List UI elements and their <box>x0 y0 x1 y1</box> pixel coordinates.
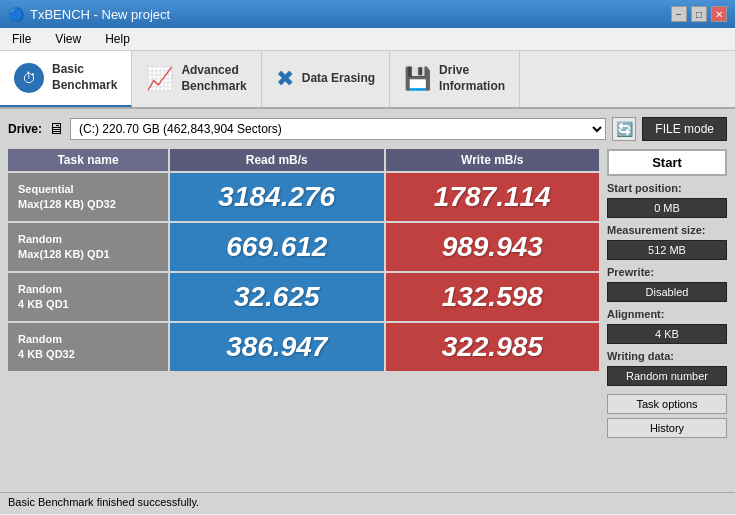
benchmark-table: Task name Read mB/s Write mB/s Sequentia… <box>8 149 599 438</box>
drive-row: Drive: 🖥 (C:) 220.70 GB (462,843,904 Sec… <box>8 117 727 141</box>
col-header-write: Write mB/s <box>386 149 600 171</box>
prewrite-value[interactable]: Disabled <box>607 282 727 302</box>
measurement-size-value[interactable]: 512 MB <box>607 240 727 260</box>
drive-select[interactable]: (C:) 220.70 GB (462,843,904 Sectors) <box>70 118 606 140</box>
measurement-size-label: Measurement size: <box>607 224 727 236</box>
table-header: Task name Read mB/s Write mB/s <box>8 149 599 171</box>
advanced-benchmark-label: AdvancedBenchmark <box>181 63 246 94</box>
status-text: Basic Benchmark finished successfully. <box>8 496 199 508</box>
row-label-2: Random 4 KB QD1 <box>8 273 168 321</box>
toolbar-data-erasing[interactable]: ✖ Data Erasing <box>262 51 390 107</box>
close-button[interactable]: ✕ <box>711 6 727 22</box>
col-header-task: Task name <box>8 149 168 171</box>
data-erasing-label: Data Erasing <box>302 71 375 87</box>
table-row: Random 4 KB QD1 32.625 132.598 <box>8 273 599 321</box>
drive-icon: 🖥 <box>48 120 64 138</box>
title-bar: 🔵 TxBENCH - New project − □ ✕ <box>0 0 735 28</box>
writing-data-value[interactable]: Random number <box>607 366 727 386</box>
window-title: TxBENCH - New project <box>30 7 170 22</box>
basic-benchmark-icon: ⏱ <box>14 63 44 93</box>
results-area: Task name Read mB/s Write mB/s Sequentia… <box>8 149 727 438</box>
menu-view[interactable]: View <box>51 30 85 48</box>
table-row: Random Max(128 KB) QD1 669.612 989.943 <box>8 223 599 271</box>
prewrite-label: Prewrite: <box>607 266 727 278</box>
toolbar: ⏱ BasicBenchmark 📈 AdvancedBenchmark ✖ D… <box>0 51 735 109</box>
drive-refresh-button[interactable]: 🔄 <box>612 117 636 141</box>
menu-help[interactable]: Help <box>101 30 134 48</box>
toolbar-basic-benchmark[interactable]: ⏱ BasicBenchmark <box>0 51 132 107</box>
row-label-3: Random 4 KB QD32 <box>8 323 168 371</box>
drive-information-label: DriveInformation <box>439 63 505 94</box>
write-cell-2: 132.598 <box>386 273 600 321</box>
drive-label: Drive: <box>8 122 42 136</box>
toolbar-drive-information[interactable]: 💾 DriveInformation <box>390 51 520 107</box>
menu-file[interactable]: File <box>8 30 35 48</box>
read-cell-2: 32.625 <box>170 273 384 321</box>
writing-data-label: Writing data: <box>607 350 727 362</box>
app-icon: 🔵 <box>8 7 24 22</box>
table-row: Sequential Max(128 KB) QD32 3184.276 178… <box>8 173 599 221</box>
write-cell-1: 989.943 <box>386 223 600 271</box>
advanced-benchmark-icon: 📈 <box>146 66 173 92</box>
alignment-label: Alignment: <box>607 308 727 320</box>
start-position-label: Start position: <box>607 182 727 194</box>
write-cell-3: 322.985 <box>386 323 600 371</box>
table-row: Random 4 KB QD32 386.947 322.985 <box>8 323 599 371</box>
drive-information-icon: 💾 <box>404 66 431 92</box>
row-label-0: Sequential Max(128 KB) QD32 <box>8 173 168 221</box>
basic-benchmark-label: BasicBenchmark <box>52 62 117 93</box>
start-position-value[interactable]: 0 MB <box>607 198 727 218</box>
col-header-read: Read mB/s <box>170 149 384 171</box>
main-content: Drive: 🖥 (C:) 220.70 GB (462,843,904 Sec… <box>0 109 735 492</box>
read-cell-1: 669.612 <box>170 223 384 271</box>
start-button[interactable]: Start <box>607 149 727 176</box>
task-options-button[interactable]: Task options <box>607 394 727 414</box>
read-cell-3: 386.947 <box>170 323 384 371</box>
status-bar: Basic Benchmark finished successfully. <box>0 492 735 514</box>
minimize-button[interactable]: − <box>671 6 687 22</box>
title-bar-left: 🔵 TxBENCH - New project <box>8 7 170 22</box>
toolbar-advanced-benchmark[interactable]: 📈 AdvancedBenchmark <box>132 51 261 107</box>
row-label-1: Random Max(128 KB) QD1 <box>8 223 168 271</box>
maximize-button[interactable]: □ <box>691 6 707 22</box>
menu-bar: File View Help <box>0 28 735 51</box>
alignment-value[interactable]: 4 KB <box>607 324 727 344</box>
data-erasing-icon: ✖ <box>276 66 294 92</box>
file-mode-button[interactable]: FILE mode <box>642 117 727 141</box>
title-bar-controls: − □ ✕ <box>671 6 727 22</box>
sidebar: Start Start position: 0 MB Measurement s… <box>607 149 727 438</box>
write-cell-0: 1787.114 <box>386 173 600 221</box>
history-button[interactable]: History <box>607 418 727 438</box>
read-cell-0: 3184.276 <box>170 173 384 221</box>
